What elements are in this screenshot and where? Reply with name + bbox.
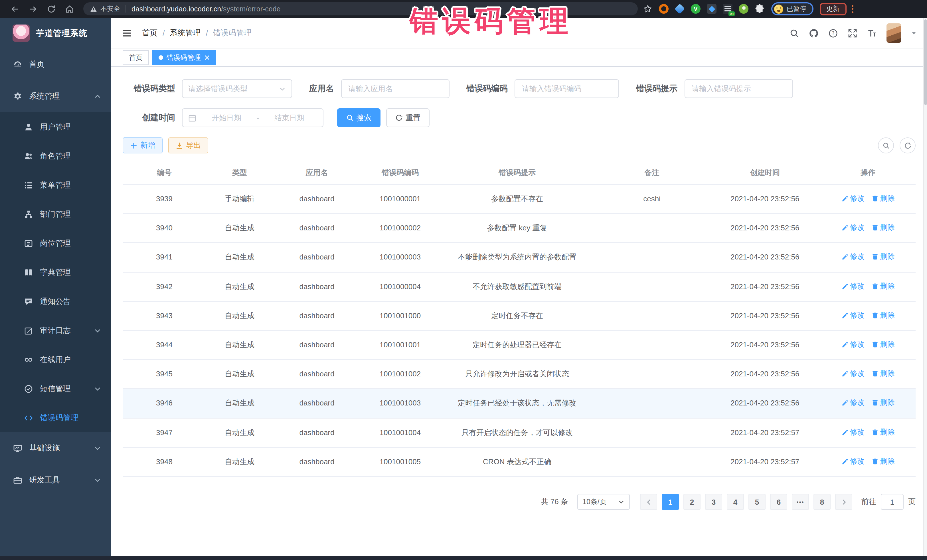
page-button-1[interactable]: 1 bbox=[662, 494, 679, 510]
help-icon[interactable]: ? bbox=[828, 28, 838, 38]
extension-grid-icon[interactable] bbox=[707, 4, 716, 14]
browser-profile-badge[interactable]: 已暂停 bbox=[771, 2, 813, 15]
delete-button[interactable]: 删除 bbox=[871, 368, 895, 379]
sidebar-item-post[interactable]: 岗位管理 bbox=[0, 229, 111, 258]
breadcrumb-home[interactable]: 首页 bbox=[142, 28, 158, 38]
app-name-input[interactable] bbox=[341, 79, 449, 98]
page-button-4[interactable]: 4 bbox=[727, 494, 744, 510]
edit-button[interactable]: 修改 bbox=[841, 456, 865, 467]
sidebar-item-role[interactable]: 角色管理 bbox=[0, 141, 111, 170]
delete-button[interactable]: 删除 bbox=[871, 280, 895, 292]
delete-button[interactable]: 删除 bbox=[871, 339, 895, 350]
browser-update-button[interactable]: 更新 bbox=[819, 3, 846, 15]
security-label[interactable]: 不安全 bbox=[100, 5, 120, 13]
page-button-2[interactable]: 2 bbox=[684, 494, 701, 510]
edit-button[interactable]: 修改 bbox=[841, 339, 865, 350]
cell-msg: 定时任务不存在 bbox=[440, 301, 594, 331]
scrollbar-thumb[interactable] bbox=[924, 20, 927, 105]
sidebar-item-dept[interactable]: 部门管理 bbox=[0, 200, 111, 229]
edit-button[interactable]: 修改 bbox=[841, 251, 865, 263]
page-button-5[interactable]: 5 bbox=[748, 494, 766, 510]
browser-menu-icon[interactable] bbox=[851, 5, 853, 13]
sidebar-item-user[interactable]: 用户管理 bbox=[0, 112, 111, 141]
edit-button[interactable]: 修改 bbox=[841, 193, 865, 204]
fullscreen-icon[interactable] bbox=[848, 28, 857, 38]
add-button[interactable]: 新增 bbox=[123, 137, 163, 153]
goto-page-input[interactable] bbox=[881, 494, 904, 510]
error-type-select[interactable]: 请选择错误码类型 bbox=[182, 79, 292, 98]
sidebar-item-system[interactable]: 系统管理 bbox=[0, 80, 111, 112]
delete-button[interactable]: 删除 bbox=[871, 310, 895, 321]
next-page-button[interactable] bbox=[835, 494, 852, 510]
edit-button[interactable]: 修改 bbox=[841, 397, 865, 408]
sidebar-item-home[interactable]: 首页 bbox=[0, 49, 111, 80]
home-icon[interactable] bbox=[65, 4, 74, 14]
font-size-icon[interactable] bbox=[867, 28, 877, 38]
date-range-picker[interactable]: 开始日期 - 结束日期 bbox=[182, 108, 324, 127]
delete-button[interactable]: 删除 bbox=[871, 426, 895, 438]
error-code-input[interactable] bbox=[515, 79, 619, 98]
edit-button[interactable]: 修改 bbox=[841, 280, 865, 292]
edit-button[interactable]: 修改 bbox=[841, 310, 865, 321]
delete-button[interactable]: 删除 bbox=[871, 456, 895, 467]
extension-key-icon[interactable] bbox=[739, 4, 748, 14]
export-button[interactable]: 导出 bbox=[168, 137, 208, 153]
back-icon[interactable] bbox=[10, 4, 20, 14]
page-ellipsis[interactable]: ••• bbox=[792, 494, 809, 510]
sidebar-item-notice[interactable]: 通知公告 bbox=[0, 287, 111, 316]
page-size-select[interactable]: 10条/页 bbox=[577, 494, 630, 510]
user-avatar[interactable] bbox=[886, 23, 901, 43]
sidebar-item-infra[interactable]: 基础设施 bbox=[0, 432, 111, 464]
search-button[interactable]: 搜索 bbox=[337, 108, 380, 127]
edit-button[interactable]: 修改 bbox=[841, 368, 865, 379]
page-scrollbar[interactable] bbox=[923, 18, 927, 556]
sidebar-item-menu[interactable]: 菜单管理 bbox=[0, 170, 111, 200]
sidebar-item-audit[interactable]: 审计日志 bbox=[0, 316, 111, 345]
tree-icon bbox=[24, 209, 33, 219]
prev-page-button[interactable] bbox=[640, 494, 657, 510]
hamburger-icon[interactable] bbox=[122, 28, 132, 38]
github-icon[interactable] bbox=[809, 28, 819, 38]
sidebar-item-label: 通知公告 bbox=[40, 296, 71, 307]
page-url[interactable]: dashboard.yudao.iocoder.cn/system/error-… bbox=[132, 5, 281, 13]
close-icon[interactable] bbox=[204, 55, 210, 61]
extension-proxy-icon[interactable]: on bbox=[723, 4, 732, 14]
cell-ops: 修改删除 bbox=[820, 214, 916, 243]
sidebar-item-online[interactable]: 在线用户 bbox=[0, 345, 111, 374]
edit-button[interactable]: 修改 bbox=[841, 426, 865, 438]
app-logo-row[interactable]: 芋道管理系统 bbox=[0, 18, 111, 49]
page-button-3[interactable]: 3 bbox=[705, 494, 722, 510]
chevron-down-icon[interactable] bbox=[911, 30, 917, 36]
delete-button[interactable]: 删除 bbox=[871, 397, 895, 408]
edit-button[interactable]: 修改 bbox=[841, 222, 865, 233]
reload-icon[interactable] bbox=[47, 4, 56, 14]
table-row: 3948自动生成dashboard1001001005CRON 表达式不正确20… bbox=[123, 448, 916, 477]
delete-button[interactable]: 删除 bbox=[871, 193, 895, 204]
extensions-puzzle-icon[interactable] bbox=[755, 4, 764, 14]
create-time-label: 创建时间 bbox=[123, 112, 175, 123]
page-button-6[interactable]: 6 bbox=[770, 494, 787, 510]
cell-type: 自动生成 bbox=[206, 331, 273, 360]
delete-button[interactable]: 删除 bbox=[871, 251, 895, 263]
page-button-8[interactable]: 8 bbox=[813, 494, 831, 510]
reset-button[interactable]: 重置 bbox=[386, 108, 430, 127]
sidebar-item-errcode[interactable]: 错误码管理 bbox=[0, 403, 111, 432]
forward-icon[interactable] bbox=[29, 4, 38, 14]
tab-home[interactable]: 首页 bbox=[123, 50, 149, 65]
sidebar-item-dict[interactable]: 字典管理 bbox=[0, 258, 111, 287]
tab-error-code[interactable]: 错误码管理 bbox=[152, 50, 216, 65]
show-search-icon[interactable] bbox=[878, 137, 894, 153]
vue-devtools-icon[interactable]: V bbox=[691, 4, 701, 14]
bookmark-star-icon[interactable] bbox=[643, 5, 652, 13]
dashboard-icon bbox=[13, 60, 22, 69]
delete-button[interactable]: 删除 bbox=[871, 222, 895, 233]
extension-gem-icon[interactable] bbox=[675, 4, 685, 14]
error-msg-input[interactable] bbox=[684, 79, 793, 98]
cell-ops: 修改删除 bbox=[820, 243, 916, 272]
sidebar-item-tool[interactable]: 研发工具 bbox=[0, 464, 111, 496]
breadcrumb-system[interactable]: 系统管理 bbox=[170, 28, 201, 38]
sidebar-item-sms[interactable]: 短信管理 bbox=[0, 374, 111, 403]
extension-orange-icon[interactable] bbox=[659, 4, 669, 14]
search-icon[interactable] bbox=[790, 28, 799, 38]
refresh-icon[interactable] bbox=[900, 137, 916, 153]
